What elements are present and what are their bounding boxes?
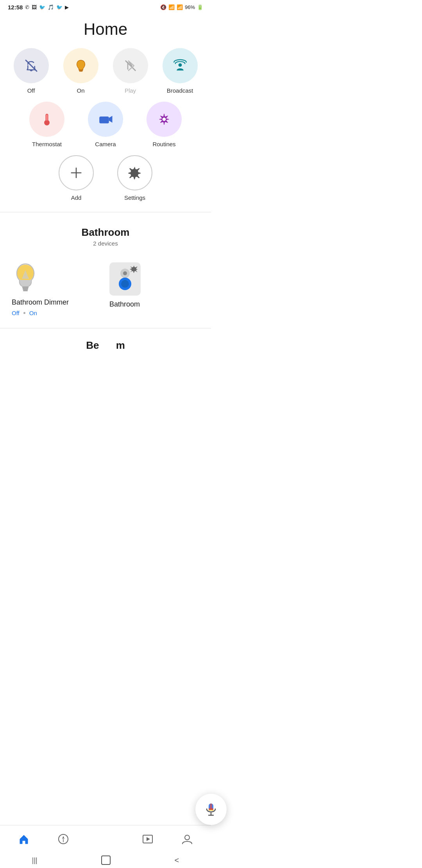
action-label-off: Off [27,87,35,94]
bell-off-icon [23,57,39,74]
action-item-settings[interactable]: Settings [117,155,152,201]
camera-device-visual [109,262,141,296]
next-room-partial: Be m [0,332,211,351]
action-label-settings: Settings [124,194,145,201]
device-grid-bathroom: Bathroom Dimmer Off On [8,255,203,320]
status-bar: 12:58 ✆ 🖼 🐦 🎵 🐦 ▶ 🔇 📶 📶 96% 🔋 [0,0,211,13]
action-item-thermostat[interactable]: Thermostat [29,102,64,147]
svg-marker-9 [109,116,113,123]
routines-icon [156,111,172,127]
svg-rect-8 [99,117,109,124]
room-divider-2 [0,328,211,328]
page-title: Home [0,13,211,48]
section-divider [0,212,211,212]
bottom-spacer [0,351,211,406]
action-circle-on [63,48,98,83]
device-card-bathroom-cam[interactable]: Bathroom [109,255,199,320]
device-icon-dimmer [12,258,102,294]
action-label-on: On [77,87,84,94]
action-circle-thermostat [29,102,64,137]
action-item-routines[interactable]: Routines [147,102,182,147]
lightbulb-icon [73,57,89,74]
svg-rect-16 [23,288,28,290]
room-section-bathroom: Bathroom 2 devices [0,215,211,320]
action-circle-add [59,155,94,190]
room-subtitle-bathroom: 2 devices [8,240,203,247]
action-circle-off [14,48,49,83]
action-item-broadcast[interactable]: Broadcast [163,48,198,94]
svg-point-23 [121,280,129,288]
status-left: 12:58 ✆ 🖼 🐦 🎵 🐦 ▶ [8,4,69,11]
action-label-broadcast: Broadcast [167,87,193,94]
action-circle-camera [88,102,123,137]
action-label-routines: Routines [152,141,175,147]
quick-actions-row2: Thermostat Camera Routines [0,99,211,152]
twitter-icon-1: 🐦 [39,4,45,10]
action-item-off[interactable]: Off [14,48,49,94]
action-label-camera: Camera [95,141,116,147]
svg-rect-7 [46,115,48,121]
quick-actions-row3: Add Settings [0,152,211,209]
svg-point-6 [44,120,50,126]
svg-point-21 [123,271,127,275]
play-icon [122,57,139,74]
action-item-on[interactable]: On [63,48,98,94]
status-right: 🔇 📶 📶 96% 🔋 [160,4,203,10]
mute-icon: 🔇 [160,4,166,10]
settings-icon [127,165,143,181]
svg-rect-17 [23,290,28,291]
wifi-icon: 📶 [168,4,175,10]
action-item-add[interactable]: Add [59,155,94,201]
action-circle-routines [147,102,182,137]
action-item-camera[interactable]: Camera [88,102,123,147]
dimmer-off-button[interactable]: Off [12,310,20,316]
notification-icon: ▶ [65,4,69,10]
battery-percent: 96% [185,4,195,10]
device-name-dimmer: Bathroom Dimmer [12,298,69,307]
twitter-icon-2: 🐦 [56,4,63,10]
quick-actions-row1: Off On Play [0,48,211,99]
dot-separator [23,312,25,314]
svg-point-10 [163,118,166,121]
add-icon [68,165,84,181]
dimmer-on-button[interactable]: On [29,310,37,316]
svg-rect-1 [79,70,83,71]
room-title-bathroom: Bathroom [8,226,203,239]
svg-rect-15 [22,287,29,288]
svg-point-4 [178,63,182,67]
cam-blue-button [118,277,132,292]
action-label-play: Play [125,87,136,94]
device-icon-cam [109,258,199,296]
action-item-play[interactable]: Play [113,48,148,94]
status-time: 12:58 [8,4,23,11]
image-icon: 🖼 [32,4,37,10]
signal-icon: 📶 [177,4,183,10]
battery-icon: 🔋 [197,4,203,10]
dimmer-bulb-icon [12,258,39,294]
svg-rect-2 [79,71,82,72]
broadcast-icon [172,57,188,74]
cam-settings-gear [130,265,138,275]
action-circle-play [113,48,148,83]
camera-icon [97,111,114,127]
action-label-add: Add [71,194,82,201]
missed-call-icon: ✆ [25,4,29,10]
action-label-thermostat: Thermostat [32,141,62,147]
action-circle-settings [117,155,152,190]
action-circle-broadcast [163,48,198,83]
device-name-cam: Bathroom [109,300,140,308]
device-card-bathroom-dimmer[interactable]: Bathroom Dimmer Off On [12,255,102,320]
thermostat-icon [39,111,55,127]
next-room-text: Be m [86,339,125,351]
music-icon: 🎵 [48,4,54,10]
device-controls-dimmer: Off On [12,310,37,316]
